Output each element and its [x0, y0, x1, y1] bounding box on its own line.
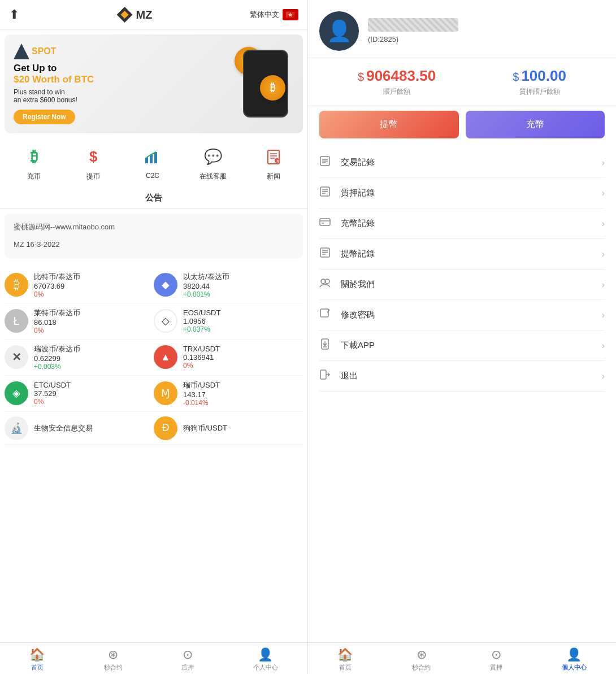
c2c-label: C2C: [146, 172, 159, 180]
table-row[interactable]: ₿ 比特币/泰达币 67073.69 0% ◆ 以太坊/泰达币 3820.44 …: [5, 267, 303, 303]
transaction-record-label: 交易記錄: [341, 157, 602, 168]
menu-download-app[interactable]: 下載APP ›: [319, 331, 605, 361]
language-button[interactable]: 繁体中文 🇭🇰: [250, 9, 298, 20]
coin-price: 86.018: [34, 318, 80, 327]
chevron-right-icon: ›: [602, 188, 605, 198]
right-nav-home-label: 首頁: [339, 663, 352, 672]
menu-about-us[interactable]: 關於我們 ›: [319, 269, 605, 300]
transaction-record-icon: [319, 155, 336, 169]
menu-item-news[interactable]: ★ 新闻: [261, 145, 286, 181]
svg-rect-32: [320, 370, 326, 379]
logo-diamond-icon: [117, 7, 133, 23]
etc-icon: ◈: [5, 381, 28, 405]
news-icon: ★: [261, 145, 286, 169]
lang-text: 繁体中文: [250, 10, 279, 20]
nav-profile-label: 个人中心: [253, 663, 278, 672]
table-row[interactable]: Ł 莱特币/泰达币 86.018 0% ◇ EOS/USDT 1.0956 +0…: [5, 303, 303, 340]
coin-name: 以太坊/泰达币: [183, 272, 229, 282]
logo: MZ: [117, 7, 153, 23]
dollar-sign-blue: $: [513, 71, 519, 84]
menu-logout[interactable]: 退出 ›: [319, 361, 605, 392]
right-nav-pledge[interactable]: ⊙ 質押: [490, 647, 502, 672]
profile-icon: 👤: [258, 647, 273, 662]
table-row[interactable]: ◈ ETC/USDT 37.529 0% Ɱ 瑞币/USDT 143.17 -0…: [5, 376, 303, 412]
withdraw-button[interactable]: 提幣: [319, 111, 459, 138]
upload-icon[interactable]: ⬆: [9, 7, 19, 22]
nav-flash-contract[interactable]: ⊛ 秒合约: [104, 647, 123, 672]
deposit-record-label: 充幣記錄: [341, 218, 602, 229]
menu-item-c2c[interactable]: C2C: [140, 145, 165, 181]
table-row[interactable]: 🔬 生物安全信息交易 Ð 狗狗币/USDT: [5, 412, 303, 445]
menu-item-deposit[interactable]: ₿ 充币: [21, 145, 46, 181]
menu-item-customer-service[interactable]: 💬 在线客服: [199, 145, 227, 181]
eos-icon: ◇: [154, 309, 177, 333]
nav-pledge-label: 质押: [181, 663, 194, 672]
coin-price: 143.17: [183, 390, 220, 399]
right-nav-flash-contract[interactable]: ⊛ 秒合約: [412, 647, 431, 672]
pledge-record-label: 質押記錄: [341, 188, 602, 198]
right-nav-home[interactable]: 🏠 首頁: [337, 647, 353, 672]
coin-change: 0%: [34, 327, 80, 334]
pledge-icon: ⊙: [491, 647, 501, 662]
chevron-right-icon: ›: [602, 249, 605, 259]
xrp-icon: ✕: [5, 345, 28, 369]
logo-text: MZ: [136, 8, 153, 21]
svg-rect-2: [154, 152, 157, 163]
eth-icon: ◆: [154, 273, 177, 297]
spot-logo-icon: [14, 44, 29, 59]
right-nav-profile-label: 個人中心: [562, 663, 587, 672]
chevron-right-icon: ›: [602, 310, 605, 320]
menu-item-withdraw[interactable]: $ 提币: [81, 145, 106, 181]
svg-rect-17: [320, 219, 330, 225]
bitcoin-icon: ₿: [21, 145, 46, 169]
coin-name: ETC/USDT: [34, 381, 71, 389]
customer-service-label: 在线客服: [199, 172, 227, 181]
svg-rect-0: [145, 158, 148, 163]
announcement-line1: 蜜桃源码网--www.mitaobo.com: [14, 220, 294, 233]
about-us-label: 關於我們: [341, 279, 602, 290]
change-password-label: 修改密碼: [341, 310, 602, 320]
deposit-button[interactable]: 充幣: [466, 111, 605, 138]
right-nav-flash-label: 秒合約: [412, 663, 431, 672]
trx-icon: ▲: [154, 345, 177, 369]
left-panel: ⬆ MZ 繁体中文 🇭🇰 SPOT Get Up to $20 Worth of…: [0, 0, 308, 674]
xmr-icon: Ɱ: [154, 381, 177, 405]
nav-flash-label: 秒合约: [104, 663, 123, 672]
flash-contract-icon: ⊛: [108, 647, 118, 662]
coin-change: +0.037%: [183, 325, 220, 333]
chevron-right-icon: ›: [602, 219, 605, 229]
nav-profile[interactable]: 👤 个人中心: [253, 647, 278, 672]
coin-change: 0%: [34, 290, 80, 298]
coin-change: +0.001%: [183, 290, 229, 298]
account-balance: $ 906483.50 賬戶餘額: [358, 67, 436, 97]
profile-section: 👤 (ID:2825): [308, 0, 616, 58]
doge-icon: Ð: [154, 416, 177, 440]
menu-deposit-record[interactable]: 充幣記錄 ›: [319, 208, 605, 239]
nav-pledge[interactable]: ⊙ 质押: [181, 647, 194, 672]
menu-change-password[interactable]: 修改密碼 ›: [319, 300, 605, 331]
promo-banner: SPOT Get Up to $20 Worth of BTC Plus sta…: [5, 34, 303, 133]
download-app-icon: [319, 338, 336, 353]
username-blurred: [368, 18, 458, 32]
banner-subtitle: Plus stand to win an extra $600 bonus!: [14, 88, 203, 104]
home-icon: 🏠: [337, 647, 353, 662]
coin-name: 瑞波币/泰达币: [34, 344, 80, 354]
menu-pledge-record[interactable]: 質押記錄 ›: [319, 178, 605, 208]
spot-label: SPOT: [32, 46, 57, 56]
announcement-content: 蜜桃源码网--www.mitaobo.com MZ 16-3-2022: [5, 214, 303, 258]
coin-change: +0.003%: [34, 363, 80, 371]
menu-withdraw-record[interactable]: 提幣記錄 ›: [319, 239, 605, 269]
coin-price: 1.0956: [183, 317, 220, 325]
menu-transaction-record[interactable]: 交易記錄 ›: [319, 147, 605, 178]
coin-price: 0.136941: [183, 353, 220, 362]
table-row[interactable]: ✕ 瑞波币/泰达币 0.62299 +0.003% ▲ TRX/USDT 0.1…: [5, 340, 303, 376]
coin-name: 比特币/泰达币: [34, 272, 80, 282]
register-now-button[interactable]: Register Now: [14, 110, 75, 124]
right-nav-profile[interactable]: 👤 個人中心: [562, 647, 587, 672]
withdraw-label: 提币: [86, 172, 100, 181]
action-buttons: 提幣 充幣: [308, 106, 616, 147]
change-password-icon: [319, 308, 336, 322]
announcement-tab[interactable]: 公告: [0, 188, 307, 209]
home-icon: 🏠: [29, 647, 45, 662]
nav-home[interactable]: 🏠 首页: [29, 647, 45, 672]
